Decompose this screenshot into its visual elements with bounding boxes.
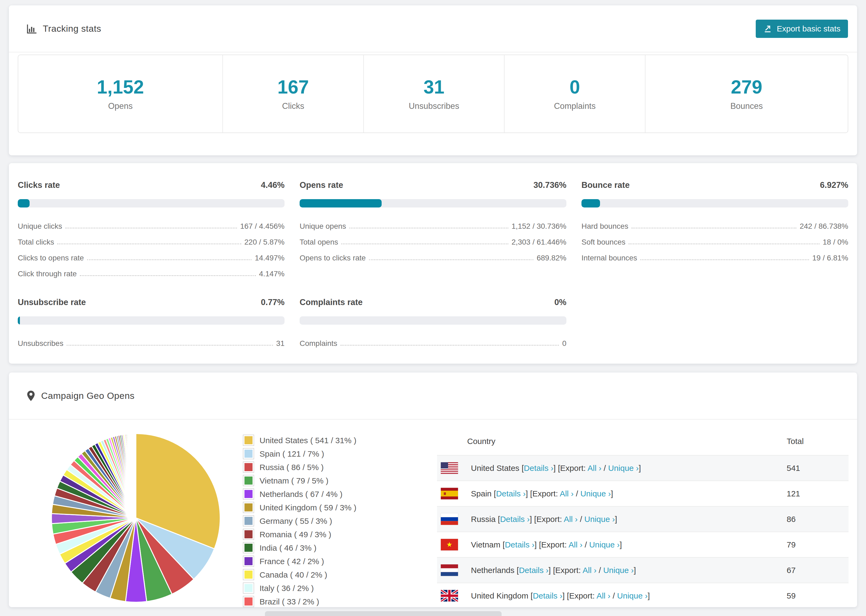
country-column-header: Country — [437, 426, 787, 455]
export-all-link[interactable]: All › — [587, 464, 601, 473]
rate-stat-value: 31 — [276, 339, 285, 348]
rate-title: Complaints rate — [299, 297, 362, 307]
progress-bar — [18, 199, 285, 207]
export-unique-link[interactable]: Unique › — [603, 566, 634, 575]
rate-stat-row: Soft bounces18 / 0% — [581, 238, 848, 247]
rate-stat-label: Unique clicks — [18, 222, 62, 231]
export-all-link[interactable]: All › — [564, 515, 578, 523]
details-link[interactable]: Details › — [519, 566, 548, 575]
legend-swatch — [243, 449, 254, 459]
rates-card: Clicks rate4.46%Unique clicks167 / 4.456… — [9, 163, 857, 364]
dotted-leader — [65, 228, 237, 228]
legend-item: Germany ( 55 / 3% ) — [243, 516, 431, 526]
rate-stat-value: 2,303 / 61.446% — [512, 238, 567, 247]
rate-stat-value: 14.497% — [255, 254, 285, 262]
rate-value: 30.736% — [534, 180, 567, 190]
progress-bar — [299, 316, 567, 325]
dotted-leader — [628, 244, 819, 244]
country-total: 67 — [787, 558, 849, 583]
legend-label: Brazil ( 33 / 2% ) — [260, 597, 319, 606]
bar-chart-icon — [26, 23, 38, 35]
progress-bar-fill — [581, 199, 600, 207]
progress-bar — [18, 316, 285, 325]
stat-value: 1,152 — [21, 78, 220, 96]
legend-label: Russia ( 86 / 5% ) — [260, 463, 324, 471]
export-unique-link[interactable]: Unique › — [589, 540, 620, 549]
rate-stat-label: Complaints — [299, 339, 337, 348]
country-total: 86 — [787, 506, 849, 532]
map-marker-icon — [26, 390, 36, 402]
tracking-stats-card: Tracking stats Export basic stats 1,152O… — [9, 5, 857, 156]
export-all-link[interactable]: All › — [560, 489, 574, 498]
summary-cell: 0Complaints — [504, 55, 645, 132]
geo-title: Campaign Geo Opens — [41, 391, 134, 401]
details-link[interactable]: Details › — [505, 540, 534, 549]
country-name: United Kingdom — [471, 591, 531, 600]
rate-stat-row: Hard bounces242 / 86.738% — [581, 222, 848, 231]
stat-value: 167 — [226, 78, 361, 96]
rate-stat-label: Unique opens — [299, 222, 346, 231]
geo-header: Campaign Geo Opens — [9, 372, 857, 420]
export-basic-stats-button[interactable]: Export basic stats — [756, 20, 848, 38]
dotted-leader — [57, 244, 241, 244]
geo-pie-chart[interactable] — [34, 426, 238, 604]
rate-stat-label: Click through rate — [18, 270, 77, 278]
rate-stat-value: 167 / 4.456% — [240, 222, 285, 231]
legend-swatch — [243, 435, 254, 445]
dotted-leader — [640, 259, 809, 260]
country-name: Russia — [471, 515, 498, 523]
rate-stat-value: 1,152 / 30.736% — [512, 222, 567, 231]
export-all-link[interactable]: All › — [597, 591, 611, 600]
legend-item: Russia ( 86 / 5% ) — [243, 462, 431, 472]
country-total: 79 — [787, 532, 849, 558]
stat-value: 279 — [648, 78, 845, 96]
details-link[interactable]: Details › — [500, 515, 529, 523]
stat-label: Unsubscribes — [367, 101, 502, 111]
legend-item: Spain ( 121 / 7% ) — [243, 449, 431, 459]
legend-swatch — [243, 489, 254, 499]
export-all-link[interactable]: All › — [583, 566, 597, 575]
summary-row: 1,152Opens167Clicks31Unsubscribes0Compla… — [18, 55, 848, 133]
rate-stat-value: 18 / 0% — [823, 238, 848, 247]
united-states-flag — [441, 462, 458, 474]
rate-group: Clicks rate4.46%Unique clicks167 / 4.456… — [18, 180, 285, 278]
rate-stat-label: Hard bounces — [581, 222, 628, 231]
dotted-leader — [350, 228, 508, 228]
legend-label: United States ( 541 / 31% ) — [260, 436, 356, 445]
rate-group: Opens rate30.736%Unique opens1,152 / 30.… — [299, 180, 567, 278]
country-total: 541 — [787, 455, 849, 481]
rate-stat-row: Total opens2,303 / 61.446% — [299, 238, 567, 247]
rate-title: Bounce rate — [581, 180, 630, 190]
tracking-stats-header: Tracking stats Export basic stats — [9, 5, 857, 52]
geo-content: United States ( 541 / 31% )Spain ( 121 /… — [9, 420, 857, 607]
rate-stat-value: 0 — [562, 339, 567, 348]
details-link[interactable]: Details › — [496, 489, 526, 498]
export-unique-link[interactable]: Unique › — [608, 464, 638, 473]
table-row: United Kingdom [Details ›] [Export: All … — [437, 583, 849, 607]
export-all-link[interactable]: All › — [568, 540, 583, 549]
rate-group: Bounce rate6.927%Hard bounces242 / 86.73… — [581, 180, 848, 278]
vietnam-flag — [441, 539, 458, 550]
dotted-leader — [67, 345, 273, 346]
export-unique-link[interactable]: Unique › — [584, 515, 615, 523]
dotted-leader — [631, 228, 796, 228]
geo-legend: United States ( 541 / 31% )Spain ( 121 /… — [243, 435, 431, 607]
rate-stat-label: Internal bounces — [581, 254, 637, 262]
rate-group: Complaints rate0%Complaints0 — [299, 297, 567, 348]
export-unique-link[interactable]: Unique › — [617, 591, 648, 600]
stat-label: Bounces — [648, 101, 845, 111]
legend-swatch — [243, 462, 254, 472]
export-unique-link[interactable]: Unique › — [580, 489, 611, 498]
details-link[interactable]: Details › — [524, 464, 553, 473]
details-link[interactable]: Details › — [533, 591, 562, 600]
legend-label: India ( 46 / 3% ) — [260, 544, 316, 552]
country-name: Netherlands — [471, 566, 516, 575]
horizontal-scrollbar-thumb[interactable] — [265, 611, 502, 616]
country-name: Spain — [471, 489, 494, 498]
rate-stat-value: 4.147% — [259, 270, 285, 278]
legend-item: United States ( 541 / 31% ) — [243, 435, 431, 445]
legend-label: Romania ( 49 / 3% ) — [260, 530, 331, 539]
rate-value: 0% — [554, 297, 567, 307]
stat-label: Opens — [21, 101, 220, 111]
rate-stat-row: Total clicks220 / 5.87% — [18, 238, 285, 247]
